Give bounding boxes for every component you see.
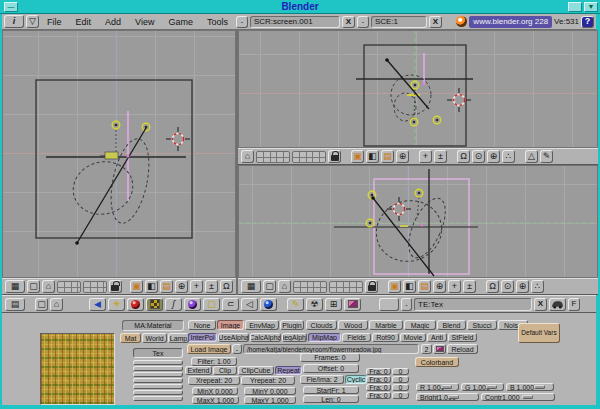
drawmode-wire-button[interactable]: ⊕ [175, 280, 188, 293]
rotate-view-button[interactable]: Ω [220, 280, 233, 293]
window-type-button[interactable]: ▦ [5, 280, 25, 293]
view-buttons-button[interactable]: ◀ [89, 298, 106, 311]
usealpha-toggle[interactable]: UseAlpha [218, 333, 249, 342]
constraint-buttons-button[interactable]: ⊂ [222, 298, 239, 311]
info-window-button[interactable]: i [4, 15, 24, 28]
pivot-button[interactable]: ⊕ [516, 280, 529, 293]
maxy-value[interactable]: MaxY 1.000 [244, 396, 296, 404]
camera-object[interactable] [371, 196, 434, 276]
rotate-view-button[interactable]: Ω [486, 280, 499, 293]
lamp-object[interactable] [415, 189, 423, 197]
mipmap-toggle[interactable]: MipMap [308, 333, 341, 342]
slider-b-knob[interactable] [534, 385, 545, 389]
fra-value[interactable]: Fra: 0 [366, 368, 391, 375]
default-vars-button[interactable]: Default Vars [518, 323, 560, 343]
fra-offset-value[interactable]: 0 [392, 368, 409, 375]
slider-r-knob[interactable] [441, 385, 452, 389]
fieima-value[interactable]: Fie/Ima: 2 [300, 375, 344, 384]
edit-buttons-button[interactable]: ▢ [203, 298, 220, 311]
textype-magic-button[interactable]: Magic [404, 320, 436, 330]
interpol-toggle[interactable]: InterPol [188, 333, 217, 342]
cursor-3d[interactable] [166, 127, 190, 151]
texture-slot[interactable] [133, 360, 183, 365]
fields-toggle[interactable]: Fields [342, 333, 371, 342]
snap-dots-button[interactable]: ∴ [502, 150, 515, 163]
context-lamp-button[interactable]: Lamp [168, 333, 189, 343]
viewport-front[interactable]: z x [2, 30, 236, 278]
window-type-button[interactable]: ▦ [241, 280, 261, 293]
colorband-button[interactable]: Colorband [415, 357, 459, 367]
menu-game[interactable]: Game [162, 17, 199, 27]
lamp-object[interactable] [433, 116, 441, 124]
image-browse-button[interactable]: - [232, 344, 242, 354]
textype-wood-button[interactable]: Wood [338, 320, 368, 330]
fullscreen-button[interactable]: ▢ [27, 280, 40, 293]
extend-button[interactable]: Extend [185, 366, 212, 375]
slider-g-knob[interactable] [486, 385, 497, 389]
armature-object[interactable] [400, 224, 424, 227]
autoname-button[interactable] [549, 298, 566, 311]
paint-buttons-button[interactable]: ✎ [287, 298, 304, 311]
texture-buttons-button[interactable] [146, 298, 163, 311]
textype-image-button[interactable]: Image [217, 320, 244, 330]
translate-button[interactable]: + [190, 280, 203, 293]
texture-delete-button[interactable]: X [534, 298, 547, 311]
scene-buttons-button[interactable] [260, 298, 277, 311]
world-buttons-button[interactable] [184, 298, 201, 311]
home-button[interactable]: ⌂ [42, 280, 55, 293]
lattice-selected[interactable] [423, 53, 426, 86]
layer-buttons[interactable] [293, 281, 327, 293]
yrepeat-value[interactable]: Yrepeat: 20 [241, 376, 295, 385]
cyclic-toggle[interactable]: Cyclic [345, 375, 367, 384]
grease-pencil-button[interactable]: ✎ [540, 150, 553, 163]
maxx-value[interactable]: MaxX 1.000 [192, 396, 239, 404]
stfield-toggle[interactable]: StField [448, 333, 477, 342]
pivot-button[interactable]: ⊕ [487, 150, 500, 163]
fullscreen-button[interactable]: ▢ [35, 298, 48, 311]
fullscreen-button[interactable]: ▢ [263, 280, 276, 293]
ipo-buttons-button[interactable]: ʃ [165, 298, 182, 311]
slider-r[interactable]: R 1.000 [416, 383, 459, 391]
drawmode-solid-button[interactable]: ▣ [130, 280, 143, 293]
fra-value[interactable]: Fra: 0 [366, 392, 391, 399]
rot90-toggle[interactable]: Rot90 [372, 333, 399, 342]
window-type-button[interactable]: ▤ [5, 298, 25, 311]
scene-delete-button[interactable]: X [429, 16, 442, 28]
home-button[interactable]: ⌂ [241, 150, 254, 163]
home-button[interactable]: ⌂ [50, 298, 63, 311]
collapse-menu-button[interactable]: ▽ [26, 15, 39, 28]
rotate-obj-button[interactable]: ⊙ [501, 280, 514, 293]
camera-object[interactable] [75, 128, 146, 245]
material-buttons-button[interactable] [127, 298, 144, 311]
rotate-obj-button[interactable]: ⊙ [472, 150, 485, 163]
mesh-silhouettes[interactable] [391, 75, 431, 121]
layer-buttons[interactable] [83, 281, 107, 293]
fra-value[interactable]: Fra: 0 [366, 376, 391, 383]
reload-button[interactable]: Reload [447, 344, 478, 354]
screen-name-field[interactable]: SCR:screen.001 [250, 16, 340, 28]
menu-add[interactable]: Add [99, 17, 127, 27]
layer-buttons[interactable] [329, 281, 363, 293]
drawmode-tex-button[interactable]: ▤ [381, 150, 394, 163]
texture-slot[interactable] [133, 390, 183, 395]
lamp-object[interactable] [142, 123, 150, 131]
help-button[interactable]: ? [581, 16, 594, 28]
screen-browse-button[interactable]: - [236, 16, 248, 28]
mesh-silhouettes[interactable] [368, 192, 453, 271]
drawmode-shaded-button[interactable]: ◧ [366, 150, 379, 163]
sound-buttons-button[interactable]: ◁ [241, 298, 258, 311]
fake-user-button[interactable]: F [568, 298, 580, 311]
scene-browse-button[interactable]: - [357, 16, 369, 28]
radiosity-buttons-button[interactable]: ☢ [306, 298, 323, 311]
drawmode-shaded-button[interactable]: ◧ [145, 280, 158, 293]
lock-button[interactable] [328, 150, 341, 163]
drawmode-tex-button[interactable]: ▤ [418, 280, 431, 293]
fra-value[interactable]: Fra: 0 [366, 384, 391, 391]
len-value[interactable]: Len: 0 [303, 395, 359, 403]
drawmode-wire-button[interactable]: ⊕ [396, 150, 409, 163]
load-image-button[interactable]: Load Image [187, 344, 231, 354]
proportional-button[interactable]: △ [525, 150, 538, 163]
frames-value[interactable]: Frames: 0 [300, 353, 360, 362]
material-name-field[interactable]: MA:Material [122, 320, 184, 331]
rotate-view-button[interactable]: Ω [457, 150, 470, 163]
